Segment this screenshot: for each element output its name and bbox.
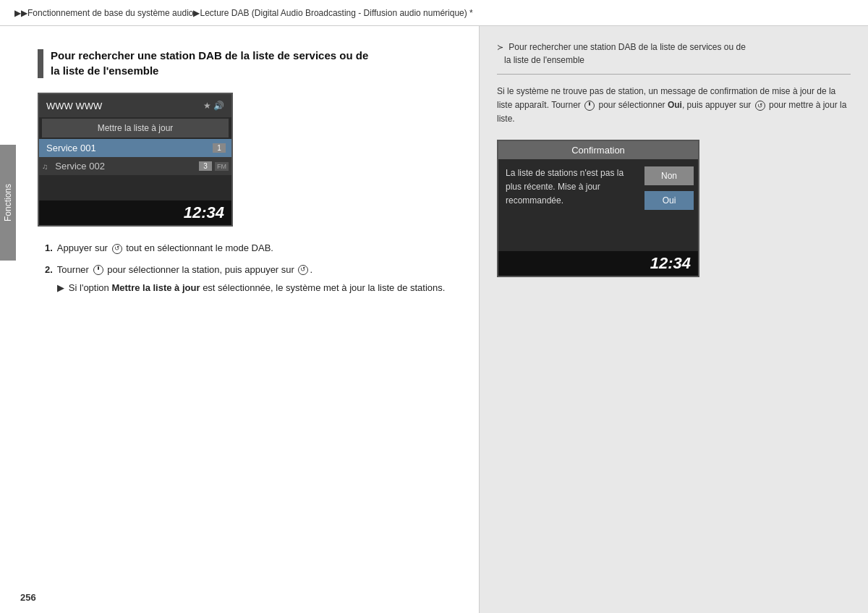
music-icon: ♫: [42, 162, 48, 171]
note-arrow-icon: ≻: [497, 43, 503, 51]
confirm-message: La liste de stations n'est pas la plus r…: [498, 159, 640, 246]
screen-service1-name: Service 001: [42, 143, 213, 153]
screen-menu-update: Mettre la liste à jour: [42, 119, 229, 138]
screen-time: 12:34: [39, 200, 231, 225]
substep-bold: Mettre la liste à jour: [111, 282, 200, 293]
confirm-title: Confirmation: [498, 141, 698, 159]
right-note-header: ≻ Pour rechercher une station DAB de la …: [497, 41, 851, 75]
side-tab: Fonctions: [0, 145, 16, 261]
step-2-num: 2.: [45, 263, 53, 295]
bluetooth-icon: ★ 🔊: [203, 101, 224, 111]
main-content: Pour rechercher une station DAB de la li…: [16, 26, 868, 613]
substep-content: Si l'option Mettre la liste à jour est s…: [69, 281, 446, 295]
side-tab-label: Fonctions: [3, 184, 13, 221]
step-2: 2. Tourner pour sélectionner la station,…: [45, 263, 457, 295]
knob-icon-right: [584, 101, 595, 111]
push-icon-1: [112, 244, 122, 254]
section-header-bar: [38, 49, 43, 78]
left-column: Pour rechercher une station DAB de la li…: [16, 26, 479, 613]
screen-service2-name: Service 002: [51, 161, 199, 172]
right-column: ≻ Pour rechercher une station DAB de la …: [479, 26, 868, 613]
screen-service2-row: ♫ Service 002 3 FM: [39, 157, 231, 175]
push-icon-right: [755, 101, 765, 111]
screen-mockup: WWW WWW ★ 🔊 Mettre la liste à jour Servi…: [38, 93, 233, 227]
section-title: Pour rechercher une station DAB de la li…: [51, 48, 368, 78]
right-body-text: Si le système ne trouve pas de station, …: [497, 85, 851, 127]
screen-service2-fm: FM: [215, 162, 229, 171]
step-1-content: Appuyer sur tout en sélectionnant le mod…: [57, 241, 457, 255]
substep-arrow: ▶: [57, 281, 64, 295]
confirm-mockup: Confirmation La liste de stations n'est …: [497, 140, 699, 277]
note-header-line1: Pour rechercher une station DAB de la li…: [509, 42, 746, 52]
confirm-buttons: Non Oui: [640, 159, 698, 246]
breadcrumb-text: ▶▶Fonctionnement de base du système audi…: [14, 8, 473, 18]
breadcrumb: ▶▶Fonctionnement de base du système audi…: [0, 0, 868, 26]
screen-top-bar: WWW WWW ★ 🔊: [39, 94, 231, 117]
sub-step-1: ▶ Si l'option Mettre la liste à jour est…: [57, 281, 457, 295]
step-2-content: Tourner pour sélectionner la station, pu…: [57, 263, 457, 295]
oui-bold: Oui: [668, 100, 682, 110]
knob-icon-1: [93, 265, 103, 275]
screen-service1-row: Service 001 1: [39, 139, 231, 157]
note-header-line2: la liste de l'ensemble: [504, 55, 584, 65]
confirm-time: 12:34: [498, 251, 698, 276]
section-header: Pour rechercher une station DAB de la li…: [38, 48, 457, 78]
push-icon-2: [298, 265, 308, 275]
screen-service1-num: 1: [213, 143, 226, 153]
step-1: 1. Appuyer sur tout en sélectionnant le …: [45, 241, 457, 255]
screen-top-label: WWW WWW: [46, 101, 102, 111]
step-1-num: 1.: [45, 241, 53, 255]
confirm-non-btn[interactable]: Non: [644, 166, 694, 185]
screen-service2-num: 3: [199, 161, 212, 171]
steps-container: 1. Appuyer sur tout en sélectionnant le …: [45, 241, 457, 295]
confirm-oui-btn[interactable]: Oui: [644, 191, 694, 210]
confirm-body: La liste de stations n'est pas la plus r…: [498, 159, 698, 246]
